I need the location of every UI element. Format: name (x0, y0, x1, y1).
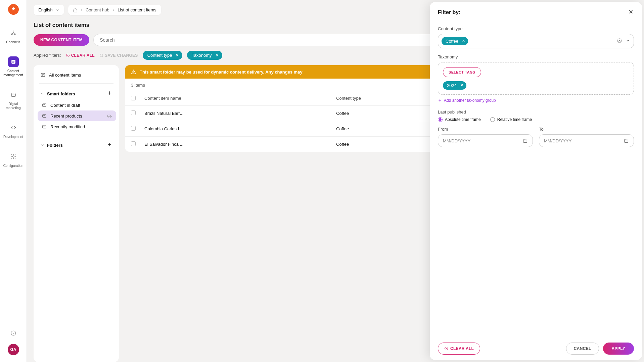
chevron-down-icon (55, 8, 59, 12)
svg-rect-17 (625, 139, 628, 142)
row-checkbox[interactable] (131, 110, 136, 115)
plus-icon (107, 142, 112, 147)
warning-icon (131, 69, 136, 75)
svg-rect-11 (107, 115, 110, 117)
nav-content-management[interactable]: Content management (1, 53, 26, 81)
app-logo[interactable] (8, 4, 19, 15)
svg-rect-14 (43, 125, 46, 128)
clear-circle-icon (617, 38, 622, 43)
clear-select[interactable] (617, 38, 622, 45)
to-date-input[interactable]: MM/DD/YYYY (539, 134, 634, 147)
folders-toggle[interactable]: Folders (40, 143, 63, 148)
filter-panel: Filter by: Content type Coffee Taxo (430, 2, 642, 360)
folder-icon (42, 124, 47, 129)
nav-sidebar: Channels Content management Digital mark… (0, 0, 27, 362)
nav-channels[interactable]: Channels (1, 24, 26, 48)
select-all-checkbox[interactable] (131, 96, 136, 100)
clear-icon (66, 53, 70, 57)
add-smart-folder[interactable] (107, 90, 112, 97)
svg-rect-10 (43, 115, 46, 118)
svg-rect-9 (43, 104, 46, 107)
cancel-button[interactable]: CANCEL (566, 343, 599, 355)
close-icon (628, 9, 634, 15)
nav-dev-label: Development (3, 135, 23, 139)
channels-icon (10, 30, 16, 36)
col-name[interactable]: Content item name (144, 96, 336, 101)
svg-rect-16 (523, 139, 527, 142)
panel-clear-all-button[interactable]: CLEAR ALL (438, 343, 480, 355)
nav-channels-label: Channels (6, 40, 20, 44)
row-checkbox[interactable] (131, 126, 136, 131)
content-icon (10, 59, 16, 65)
smart-folders-toggle[interactable]: Smart folders (40, 91, 75, 96)
from-date-input[interactable]: MM/DD/YYYY (438, 134, 533, 147)
expand-select[interactable] (626, 38, 630, 44)
filter-panel-title: Filter by: (438, 9, 461, 15)
calendar-icon (522, 138, 528, 143)
content-type-label: Content type (438, 26, 634, 31)
clear-icon (444, 347, 448, 351)
radio-absolute[interactable]: Absolute time frame (438, 117, 481, 122)
radio-icon (438, 117, 443, 122)
radio-icon (490, 117, 495, 122)
folder-icon (42, 102, 47, 108)
remove-chip[interactable] (460, 83, 464, 88)
language-label: English (38, 7, 53, 12)
info-button[interactable] (8, 328, 19, 338)
chevron-down-icon (626, 38, 630, 43)
add-taxonomy-group[interactable]: Add another taxonomy group (438, 98, 634, 103)
radio-relative[interactable]: Relative time frame (490, 117, 532, 122)
new-content-item-button[interactable]: NEW CONTENT ITEM (34, 34, 89, 46)
filter-chip-taxonomy[interactable]: Taxonomy (187, 51, 222, 60)
save-icon (99, 53, 103, 57)
clear-all-filters[interactable]: CLEAR ALL (66, 53, 95, 58)
gear-icon (10, 153, 16, 160)
code-icon (10, 125, 16, 131)
row-checkbox[interactable] (131, 141, 136, 146)
nav-marketing-label: Digital marketing (3, 102, 24, 110)
last-published-label: Last published (438, 109, 634, 115)
plus-icon (107, 90, 112, 96)
language-selector[interactable]: English (34, 5, 64, 15)
close-icon (462, 39, 465, 43)
folder-icon (42, 113, 47, 119)
folder-recent-products[interactable]: Recent products (38, 110, 116, 121)
from-label: From (438, 127, 533, 132)
svg-point-12 (108, 117, 109, 117)
save-changes: SAVE CHANGES (99, 53, 138, 58)
calendar-icon (624, 138, 629, 143)
remove-chip[interactable] (462, 39, 465, 44)
nav-digital-marketing[interactable]: Digital marketing (1, 86, 26, 114)
marketing-icon (10, 92, 16, 98)
svg-rect-7 (100, 54, 103, 57)
nav-configuration[interactable]: Configuration (1, 148, 26, 171)
home-icon[interactable] (73, 8, 78, 12)
nav-content-label: Content management (3, 69, 24, 77)
apply-button[interactable]: APPLY (603, 343, 634, 355)
nav-config-label: Configuration (3, 164, 23, 168)
applied-filters-label: Applied filters: (34, 53, 61, 58)
taxonomy-group: SELECT TAGS 2024 (438, 62, 634, 95)
plus-icon (438, 98, 442, 102)
chevron-down-icon (40, 92, 44, 96)
info-icon (10, 330, 16, 336)
all-content-items[interactable]: All content items (36, 69, 116, 81)
select-tags-button[interactable]: SELECT TAGS (443, 67, 481, 77)
close-icon[interactable] (175, 53, 179, 57)
content-type-select[interactable]: Coffee (438, 34, 634, 48)
content-type-chip: Coffee (442, 37, 468, 45)
list-icon (40, 72, 46, 78)
nav-development[interactable]: Development (1, 119, 26, 142)
folder-content-in-draft[interactable]: Content in draft (38, 100, 116, 110)
breadcrumb-hub[interactable]: Content hub (86, 7, 109, 12)
add-folder[interactable] (107, 142, 112, 148)
filter-chip-content-type[interactable]: Content type (143, 51, 183, 60)
svg-point-13 (110, 117, 111, 117)
user-avatar[interactable]: GA (8, 344, 19, 355)
taxonomy-label: Taxonomy (438, 54, 634, 59)
folder-recently-modified[interactable]: Recently modified (38, 121, 116, 132)
close-panel-button[interactable] (628, 9, 634, 16)
close-icon (460, 83, 464, 87)
close-icon[interactable] (215, 53, 219, 57)
chevron-down-icon (40, 143, 44, 147)
